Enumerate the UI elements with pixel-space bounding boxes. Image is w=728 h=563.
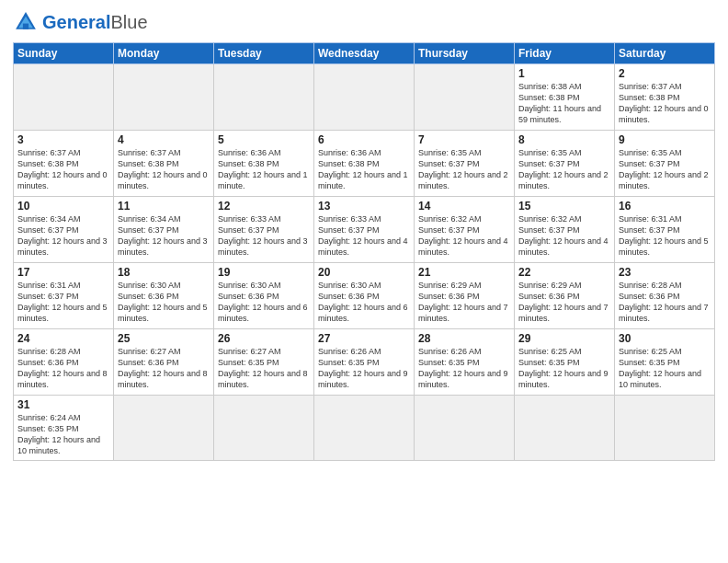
day-info: Sunrise: 6:32 AM Sunset: 6:37 PM Dayligh… <box>518 213 610 259</box>
calendar-day-cell <box>415 396 515 461</box>
calendar-day-cell: 12Sunrise: 6:33 AM Sunset: 6:37 PM Dayli… <box>214 197 314 263</box>
calendar-header-tuesday: Tuesday <box>214 43 314 64</box>
day-number: 25 <box>118 332 210 345</box>
generalblue-logo-icon <box>13 9 39 35</box>
calendar-day-cell <box>14 64 114 131</box>
calendar-day-cell <box>114 396 214 461</box>
day-number: 28 <box>418 332 510 345</box>
day-info: Sunrise: 6:29 AM Sunset: 6:36 PM Dayligh… <box>518 280 610 325</box>
day-number: 27 <box>318 332 410 345</box>
calendar-day-cell: 26Sunrise: 6:27 AM Sunset: 6:35 PM Dayli… <box>214 329 314 396</box>
day-info: Sunrise: 6:24 AM Sunset: 6:35 PM Dayligh… <box>17 412 109 457</box>
calendar-day-cell: 19Sunrise: 6:30 AM Sunset: 6:36 PM Dayli… <box>214 263 314 329</box>
day-number: 23 <box>619 266 711 279</box>
calendar-day-cell <box>314 396 415 461</box>
calendar-day-cell: 18Sunrise: 6:30 AM Sunset: 6:36 PM Dayli… <box>114 263 214 329</box>
calendar-day-cell: 8Sunrise: 6:35 AM Sunset: 6:37 PM Daylig… <box>515 131 615 197</box>
header: GeneralBlue <box>13 9 715 35</box>
day-number: 9 <box>619 133 711 146</box>
calendar-day-cell: 24Sunrise: 6:28 AM Sunset: 6:36 PM Dayli… <box>14 329 114 396</box>
calendar-day-cell <box>114 64 214 131</box>
day-info: Sunrise: 6:30 AM Sunset: 6:36 PM Dayligh… <box>318 280 410 325</box>
day-info: Sunrise: 6:31 AM Sunset: 6:37 PM Dayligh… <box>619 213 711 259</box>
day-number: 11 <box>118 200 210 213</box>
day-info: Sunrise: 6:33 AM Sunset: 6:37 PM Dayligh… <box>218 213 310 259</box>
calendar-header-friday: Friday <box>515 43 615 64</box>
calendar-day-cell: 11Sunrise: 6:34 AM Sunset: 6:37 PM Dayli… <box>114 197 214 263</box>
calendar-header-sunday: Sunday <box>14 43 114 64</box>
calendar-day-cell: 23Sunrise: 6:28 AM Sunset: 6:36 PM Dayli… <box>615 263 715 329</box>
day-number: 5 <box>218 133 310 146</box>
day-number: 6 <box>318 133 410 146</box>
calendar-day-cell: 5Sunrise: 6:36 AM Sunset: 6:38 PM Daylig… <box>214 131 314 197</box>
day-number: 20 <box>318 266 410 279</box>
day-number: 1 <box>518 67 610 80</box>
calendar-week-row: 3Sunrise: 6:37 AM Sunset: 6:38 PM Daylig… <box>14 131 715 197</box>
day-number: 15 <box>518 200 610 213</box>
svg-rect-3 <box>23 24 28 29</box>
day-number: 10 <box>17 200 109 213</box>
calendar-header-monday: Monday <box>114 43 214 64</box>
calendar-day-cell: 9Sunrise: 6:35 AM Sunset: 6:37 PM Daylig… <box>615 131 715 197</box>
calendar-day-cell: 22Sunrise: 6:29 AM Sunset: 6:36 PM Dayli… <box>515 263 615 329</box>
day-info: Sunrise: 6:36 AM Sunset: 6:38 PM Dayligh… <box>218 147 310 192</box>
day-number: 14 <box>418 200 510 213</box>
calendar-week-row: 17Sunrise: 6:31 AM Sunset: 6:37 PM Dayli… <box>14 263 715 329</box>
calendar-day-cell <box>214 396 314 461</box>
calendar-day-cell: 30Sunrise: 6:25 AM Sunset: 6:35 PM Dayli… <box>615 329 715 396</box>
day-number: 8 <box>518 133 610 146</box>
day-number: 17 <box>17 266 109 279</box>
calendar-day-cell: 14Sunrise: 6:32 AM Sunset: 6:37 PM Dayli… <box>415 197 515 263</box>
calendar-day-cell <box>515 396 615 461</box>
day-number: 30 <box>619 332 711 345</box>
calendar-day-cell: 29Sunrise: 6:25 AM Sunset: 6:35 PM Dayli… <box>515 329 615 396</box>
calendar-header-thursday: Thursday <box>415 43 515 64</box>
day-number: 19 <box>218 266 310 279</box>
calendar-week-row: 24Sunrise: 6:28 AM Sunset: 6:36 PM Dayli… <box>14 329 715 396</box>
day-number: 29 <box>518 332 610 345</box>
calendar-header-row: SundayMondayTuesdayWednesdayThursdayFrid… <box>14 43 715 64</box>
day-info: Sunrise: 6:30 AM Sunset: 6:36 PM Dayligh… <box>218 280 310 325</box>
day-info: Sunrise: 6:34 AM Sunset: 6:37 PM Dayligh… <box>17 213 109 259</box>
calendar-day-cell: 2Sunrise: 6:37 AM Sunset: 6:38 PM Daylig… <box>615 64 715 131</box>
calendar-day-cell <box>615 396 715 461</box>
day-info: Sunrise: 6:27 AM Sunset: 6:36 PM Dayligh… <box>118 346 210 391</box>
calendar-day-cell: 20Sunrise: 6:30 AM Sunset: 6:36 PM Dayli… <box>314 263 415 329</box>
calendar-week-row: 31Sunrise: 6:24 AM Sunset: 6:35 PM Dayli… <box>14 396 715 461</box>
day-info: Sunrise: 6:26 AM Sunset: 6:35 PM Dayligh… <box>418 346 510 391</box>
day-number: 24 <box>17 332 109 345</box>
day-info: Sunrise: 6:38 AM Sunset: 6:38 PM Dayligh… <box>518 81 610 126</box>
day-info: Sunrise: 6:25 AM Sunset: 6:35 PM Dayligh… <box>518 346 610 391</box>
day-info: Sunrise: 6:37 AM Sunset: 6:38 PM Dayligh… <box>17 147 109 192</box>
day-number: 3 <box>17 133 109 146</box>
calendar-day-cell: 27Sunrise: 6:26 AM Sunset: 6:35 PM Dayli… <box>314 329 415 396</box>
day-info: Sunrise: 6:27 AM Sunset: 6:35 PM Dayligh… <box>218 346 310 391</box>
calendar-day-cell: 4Sunrise: 6:37 AM Sunset: 6:38 PM Daylig… <box>114 131 214 197</box>
day-number: 13 <box>318 200 410 213</box>
calendar-day-cell: 25Sunrise: 6:27 AM Sunset: 6:36 PM Dayli… <box>114 329 214 396</box>
calendar-table: SundayMondayTuesdayWednesdayThursdayFrid… <box>13 42 715 461</box>
day-number: 7 <box>418 133 510 146</box>
day-info: Sunrise: 6:32 AM Sunset: 6:37 PM Dayligh… <box>418 213 510 259</box>
calendar-day-cell: 13Sunrise: 6:33 AM Sunset: 6:37 PM Dayli… <box>314 197 415 263</box>
calendar-day-cell <box>415 64 515 131</box>
day-number: 12 <box>218 200 310 213</box>
day-info: Sunrise: 6:35 AM Sunset: 6:37 PM Dayligh… <box>619 147 711 192</box>
calendar-day-cell: 10Sunrise: 6:34 AM Sunset: 6:37 PM Dayli… <box>14 197 114 263</box>
calendar-day-cell: 1Sunrise: 6:38 AM Sunset: 6:38 PM Daylig… <box>515 64 615 131</box>
day-number: 16 <box>619 200 711 213</box>
day-info: Sunrise: 6:25 AM Sunset: 6:35 PM Dayligh… <box>619 346 711 391</box>
day-number: 4 <box>118 133 210 146</box>
day-number: 31 <box>17 398 109 411</box>
calendar-header-saturday: Saturday <box>615 43 715 64</box>
calendar-day-cell <box>314 64 415 131</box>
day-info: Sunrise: 6:30 AM Sunset: 6:36 PM Dayligh… <box>118 280 210 325</box>
calendar-day-cell: 15Sunrise: 6:32 AM Sunset: 6:37 PM Dayli… <box>515 197 615 263</box>
calendar-day-cell: 7Sunrise: 6:35 AM Sunset: 6:37 PM Daylig… <box>415 131 515 197</box>
calendar-week-row: 1Sunrise: 6:38 AM Sunset: 6:38 PM Daylig… <box>14 64 715 131</box>
day-info: Sunrise: 6:28 AM Sunset: 6:36 PM Dayligh… <box>17 346 109 391</box>
day-info: Sunrise: 6:31 AM Sunset: 6:37 PM Dayligh… <box>17 280 109 325</box>
logo: GeneralBlue <box>13 9 148 35</box>
calendar-day-cell: 6Sunrise: 6:36 AM Sunset: 6:38 PM Daylig… <box>314 131 415 197</box>
calendar-day-cell <box>214 64 314 131</box>
